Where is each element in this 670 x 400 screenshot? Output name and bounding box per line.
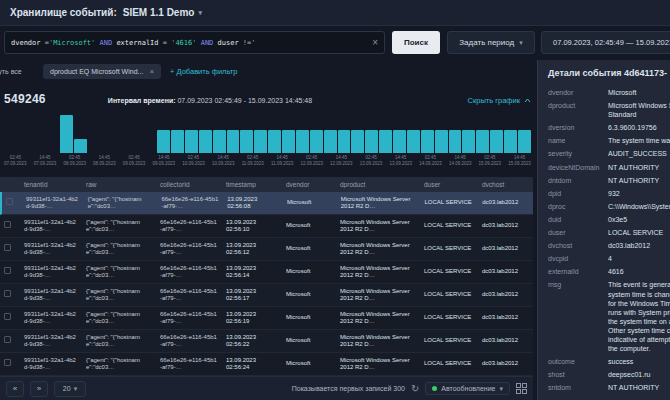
chart-bar[interactable]: [60, 115, 73, 153]
row-checkbox[interactable]: [4, 267, 11, 274]
column-header-tenantId[interactable]: tenantId: [20, 181, 82, 188]
row-checkbox[interactable]: [4, 336, 11, 343]
chart-bar[interactable]: [240, 130, 253, 153]
chart-bar[interactable]: [462, 130, 475, 153]
column-header-timestamp[interactable]: timestamp: [222, 181, 282, 188]
detail-field-label: deviceNtDomain: [548, 163, 608, 172]
chart-bar[interactable]: [379, 130, 392, 153]
row-checkbox[interactable]: [4, 313, 11, 320]
remove-filter-icon[interactable]: ×: [149, 67, 154, 76]
table-footer: « » 20 ▾ Показывается первых записей 300…: [0, 376, 533, 400]
row-checkbox[interactable]: [4, 244, 11, 251]
chart-bar[interactable]: [296, 130, 309, 153]
filter-chip[interactable]: dproduct EQ Microsoft Wind... ×: [43, 64, 161, 79]
chart-bar[interactable]: [324, 130, 337, 153]
column-header-dvendor[interactable]: dvendor: [282, 181, 336, 188]
detail-field-value: success: [608, 357, 670, 366]
instance-selector[interactable]: SIEM 1.1 Demo ▾: [123, 7, 202, 18]
first-page-button[interactable]: «: [6, 381, 24, 397]
row-checkbox[interactable]: [4, 221, 11, 228]
column-header-duser[interactable]: duser: [420, 181, 478, 188]
chart-bar[interactable]: [171, 130, 184, 153]
column-header-raw[interactable]: raw: [82, 181, 156, 188]
table-row[interactable]: 99311ef1-32a1-4b2d-9d38-…{"agent": "{"ho…: [0, 215, 533, 238]
detail-field-row: dversion6.3.9600.19756: [548, 121, 670, 134]
chart-bar[interactable]: [199, 130, 212, 153]
chart-bar[interactable]: [157, 130, 170, 153]
table-row[interactable]: 99311ef1-32a1-4b2d-9d38-…{"agent": "{"ho…: [0, 238, 533, 261]
query-input[interactable]: dvendor ='Microsoft' AND externalId = '4…: [4, 31, 385, 54]
chart-bar[interactable]: [518, 130, 531, 153]
row-checkbox[interactable]: [4, 359, 11, 366]
chart-bar[interactable]: [338, 130, 351, 153]
table-row[interactable]: 99311ef1-32a1-4b2d-9d38-…{"agent": "{"ho…: [0, 353, 533, 376]
chart-bar[interactable]: [213, 130, 226, 153]
refresh-icon[interactable]: ↻: [411, 383, 419, 394]
table-row[interactable]: 99311ef1-32a1-4b2d-9d38-…{"agent": "{"ho…: [0, 192, 533, 215]
chart-bar[interactable]: [393, 130, 406, 153]
autorefresh-toggle[interactable]: Автообновление ▾: [425, 382, 510, 395]
chart-x-label: 02:4515.09.2023: [479, 155, 502, 167]
add-filter-button[interactable]: + Добавить фильтр: [170, 67, 237, 76]
detail-field-label: severity: [548, 149, 608, 158]
page-size-select[interactable]: 20 ▾: [54, 381, 86, 397]
details-title: Детали события 4d641173-: [548, 68, 670, 78]
table-row[interactable]: 99311ef1-32a1-4b2d-9d38-…{"agent": "{"ho…: [0, 307, 533, 330]
search-button[interactable]: Поиск: [392, 31, 440, 54]
chart-bar[interactable]: [268, 130, 281, 153]
cell-dproduct: Microsoft Windows Server 2012 R2 D…: [336, 357, 420, 372]
chart-bar[interactable]: [227, 130, 240, 153]
detail-field-value: NT AUTHORITY: [608, 163, 670, 172]
row-checkbox[interactable]: [4, 290, 11, 297]
detail-field-value: NT AUTHORITY: [608, 383, 670, 392]
detail-field-row: msgThis event is generated when the syst…: [548, 278, 670, 355]
date-range-input[interactable]: 07.09.2023, 02:45:49 — 15.09.2023, 14:45…: [541, 31, 670, 54]
chart-bar[interactable]: [449, 130, 462, 153]
column-header-collectorId[interactable]: collectorId: [156, 181, 222, 188]
hide-chart-button[interactable]: Скрыть график: [468, 96, 531, 105]
checkbox-cell: [0, 313, 20, 323]
detail-field-row: dvendorMicrosoft: [548, 86, 670, 99]
set-period-button[interactable]: Задать период ▾: [447, 31, 535, 54]
detail-field-row: severityAUDIT_SUCCESS: [548, 147, 670, 160]
chevron-down-icon: ▾: [198, 9, 202, 16]
table-row[interactable]: 99311ef1-32a1-4b2d-9d38-…{"agent": "{"ho…: [0, 284, 533, 307]
cell-dproduct: Microsoft Windows Server 2012 R2 D…: [336, 219, 420, 234]
cell-collectorId: 66e16e26-e116-45b1-af79-…: [156, 219, 222, 234]
chart-x-label: 02:4511.09.2023: [242, 155, 264, 167]
clear-query-icon[interactable]: ×: [366, 37, 378, 48]
chart-bar[interactable]: [282, 130, 295, 153]
chart-bar[interactable]: [504, 130, 517, 153]
query-token: AND: [196, 39, 217, 47]
chart-bar[interactable]: [421, 130, 434, 153]
chart-bar[interactable]: [490, 130, 503, 153]
table-row[interactable]: 99311ef1-32a1-4b2d-9d38-…{"agent": "{"ho…: [0, 261, 533, 284]
cell-timestamp: 13.09.202302:56:08: [223, 196, 283, 211]
cell-dvchost: dc03.lab2012: [478, 337, 533, 345]
chart-bar[interactable]: [254, 130, 267, 153]
detail-field-row: dntdomNT AUTHORITY: [548, 174, 670, 187]
detail-field-value: This event is generated when the system …: [608, 280, 670, 353]
chart-x-label: 14:4514.09.2023: [449, 155, 472, 167]
chart-bar[interactable]: [74, 139, 87, 153]
chart-bar[interactable]: [185, 130, 198, 153]
chart-bar[interactable]: [407, 130, 420, 153]
detail-field-label: dproc: [548, 202, 608, 211]
chart-bar[interactable]: [365, 130, 378, 153]
checkbox-cell: [0, 244, 20, 254]
row-checkbox[interactable]: [6, 198, 13, 205]
next-page-button[interactable]: »: [30, 381, 48, 397]
chart-bar[interactable]: [351, 130, 364, 153]
chart-bar[interactable]: [310, 130, 323, 153]
detail-field-value: 0x3e5: [608, 215, 670, 224]
table-row[interactable]: 99311ef1-32a1-4b2d-9d38-…{"agent": "{"ho…: [0, 330, 533, 353]
column-header-dvchost[interactable]: dvchost: [478, 181, 533, 188]
chart-bar[interactable]: [435, 130, 448, 153]
columns-settings-icon[interactable]: [516, 383, 527, 394]
chart-x-label: 02:4509.09.2023: [123, 155, 146, 167]
collapse-all-toggle[interactable]: Свернуть все: [0, 68, 34, 75]
cell-tenantId: 99311ef1-32a1-4b2d-9d38-…: [20, 265, 82, 280]
column-header-dproduct[interactable]: dproduct: [336, 181, 420, 188]
chart-x-label: 02:4512.09.2023: [300, 155, 323, 167]
chart-bar[interactable]: [476, 130, 489, 153]
